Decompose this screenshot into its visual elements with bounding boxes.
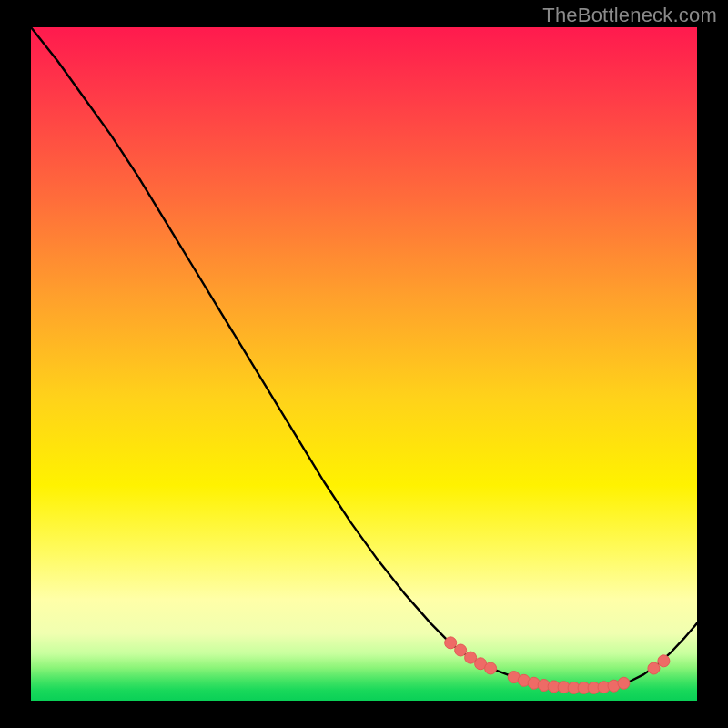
bottleneck-curve	[31, 27, 697, 688]
curve-marker	[455, 644, 467, 656]
curve-marker	[648, 662, 660, 674]
curve-markers	[445, 637, 670, 694]
curve-marker	[618, 677, 630, 689]
plot-area	[31, 27, 697, 701]
chart-stage: TheBottleneck.com	[0, 0, 728, 728]
watermark-text: TheBottleneck.com	[542, 4, 717, 27]
curve-marker	[445, 637, 457, 649]
curve-svg	[31, 27, 697, 701]
curve-marker	[658, 655, 670, 667]
curve-marker	[485, 662, 497, 674]
